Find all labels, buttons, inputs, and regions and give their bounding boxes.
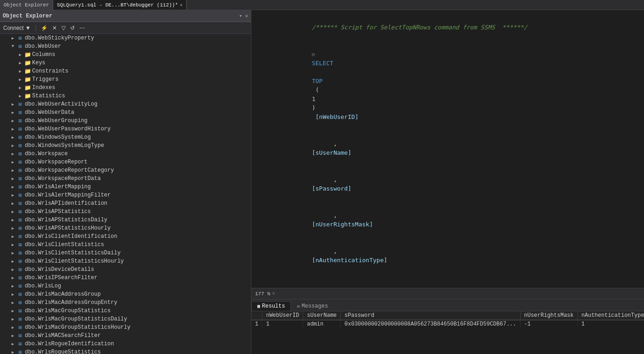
tree-item[interactable]: ▶⊞dbo.WorkspaceReportData (0, 174, 251, 183)
tree-item[interactable]: ▶⊞dbo.WrlsRogueStatistics (0, 348, 251, 354)
tree-expander[interactable]: ▶ (9, 160, 17, 165)
tree-expander[interactable]: ▶ (17, 69, 24, 74)
tree-item[interactable]: ▶⊞dbo.WrlsClientIdentification (0, 232, 251, 241)
tree-item[interactable]: ▶⊞dbo.WrlsAlertMappingFilter (0, 191, 251, 199)
tree-expander[interactable]: ▶ (9, 135, 17, 140)
tree-expander[interactable]: ▶ (17, 61, 24, 66)
toolbar-btn-more[interactable]: ⋯ (78, 24, 86, 32)
tree-expander[interactable]: ▶ (9, 226, 17, 231)
tree-item[interactable]: ▶⊞dbo.WebStickyProperty (0, 34, 251, 42)
tree-item[interactable]: ▶⊞dbo.WrlsRogueIdentification (0, 340, 251, 348)
sql-tab-label: SQLQuery1.sql - DE...BT\debugger (112))* (57, 2, 178, 8)
tree-expander[interactable]: ▶ (9, 251, 17, 256)
tree-item[interactable]: ▶⊞dbo.WrlsLog (0, 282, 251, 290)
tree-label: dbo.WrlsAPIidentification (25, 200, 107, 207)
tree-item[interactable]: ▶⊞dbo.Workspace (0, 150, 251, 158)
tree-expander[interactable]: ▶ (9, 36, 17, 41)
tree-expander[interactable]: ▶ (17, 85, 24, 90)
zoom-bar: 177 % ▼ (251, 288, 644, 299)
tree-expander[interactable]: ▶ (9, 201, 17, 206)
tree-item[interactable]: ▶📁Columns (0, 51, 251, 59)
tree-expander[interactable]: ▶ (9, 309, 17, 314)
tree-expander[interactable]: ▶ (9, 168, 17, 173)
tree-item[interactable]: ▶⊞dbo.WorkspaceReportCategory (0, 166, 251, 174)
tree-label: dbo.WrlsMACSearchFilter (25, 332, 101, 339)
table-icon: ⊞ (17, 167, 24, 174)
tree-expander[interactable]: ▶ (9, 292, 17, 297)
tree-item[interactable]: ▶📁Indexes (0, 84, 251, 92)
tree-expander[interactable]: ▶ (9, 110, 17, 115)
tree-item[interactable]: ▶⊞dbo.WrlsMacAddressGroupEntry (0, 298, 251, 307)
tree-expander[interactable]: ▶ (9, 193, 17, 198)
tree-expander[interactable]: ▶ (9, 185, 17, 190)
tree-item[interactable]: ▶⊞dbo.WorkspaceReport (0, 158, 251, 166)
tree-expander[interactable]: ▶ (9, 102, 17, 107)
tree-item[interactable]: ▶⊞dbo.WebUserPasswordHistory (0, 125, 251, 133)
tree-expander[interactable]: ▶ (9, 209, 17, 214)
tree-expander[interactable]: ▶ (9, 284, 17, 289)
code-block: /****** Script for SelectTopNRows comman… (251, 14, 644, 288)
tree-item[interactable]: ▶⊞dbo.WrlsAPStatisticsDaily (0, 216, 251, 224)
tree-expander[interactable]: ▶ (9, 267, 17, 272)
zoom-dropdown-icon[interactable]: ▼ (272, 291, 275, 297)
tab-messages[interactable]: ✉ Messages (291, 301, 334, 311)
tree-expander[interactable]: ▶ (17, 77, 24, 82)
tree-expander[interactable]: ▶ (9, 176, 17, 181)
tree-expander[interactable]: ▼ (9, 44, 17, 49)
tree-item[interactable]: ▶⊞dbo.WrlsAPStatisticsHourly (0, 224, 251, 232)
tab-close-icon[interactable]: ✕ (180, 2, 183, 8)
connect-button[interactable]: Connect ▼ (2, 24, 32, 32)
collapse-icon[interactable]: ⊟ (312, 52, 315, 57)
tree-expander[interactable]: ▶ (17, 94, 24, 99)
oe-tree[interactable]: ▶⊞dbo.WebStickyProperty▼⊞dbo.WebUser▶📁Co… (0, 34, 251, 354)
tab-results[interactable]: ▦ Results (251, 301, 291, 311)
tree-expander[interactable]: ▶ (9, 325, 17, 330)
tree-item[interactable]: ▶⊞dbo.WindowsSystemLogType (0, 141, 251, 150)
tree-item[interactable]: ▶⊞dbo.WrlsAlertMapping (0, 183, 251, 191)
tree-expander[interactable]: ▶ (9, 118, 17, 124)
tree-item[interactable]: ▶⊞dbo.WrlsIPSearchFilter (0, 274, 251, 282)
tree-expander[interactable]: ▶ (17, 52, 24, 57)
tree-item[interactable]: ▶📁Triggers (0, 75, 251, 84)
tree-expander[interactable]: ▶ (9, 218, 17, 223)
tree-item[interactable]: ▶⊞dbo.WrlsMacGroupStatisticsHourly (0, 323, 251, 332)
tree-item[interactable]: ▶⊞dbo.WrlsClientStatisticsDaily (0, 249, 251, 257)
tree-item[interactable]: ▶📁Keys (0, 59, 251, 67)
sql-tab[interactable]: SQLQuery1.sql - DE...BT\debugger (112))*… (53, 0, 187, 10)
tree-item[interactable]: ▶⊞dbo.WrlsAPIidentification (0, 199, 251, 208)
tree-expander[interactable]: ▶ (9, 275, 17, 281)
toolbar-btn-filter[interactable]: ▽ (60, 24, 67, 32)
tree-item[interactable]: ▶⊞dbo.WrlsMacGroupStatistics (0, 307, 251, 315)
tree-expander[interactable]: ▶ (9, 242, 17, 247)
tree-item[interactable]: ▶⊞dbo.WrlsMacGroupStatisticsDaily (0, 315, 251, 323)
tree-item[interactable]: ▶⊞dbo.WrlsDeviceDetails (0, 265, 251, 274)
tree-item[interactable]: ▶📁Constraints (0, 67, 251, 75)
tree-item[interactable]: ▶📁Statistics (0, 92, 251, 100)
tree-expander[interactable]: ▶ (9, 234, 17, 239)
tree-item[interactable]: ▶⊞dbo.WrlsClientStatisticsHourly (0, 257, 251, 265)
col-rownum (251, 311, 262, 320)
tree-item[interactable]: ▶⊞dbo.WebUserData (0, 108, 251, 117)
sql-content[interactable]: /****** Script for SelectTopNRows comman… (251, 10, 644, 288)
tree-item[interactable]: ▼⊞dbo.WebUser (0, 42, 251, 51)
tree-item[interactable]: ▶⊞dbo.WrlsClientStatistics (0, 241, 251, 249)
toolbar-btn-refresh[interactable]: ↺ (69, 24, 76, 32)
tree-expander[interactable]: ▶ (9, 333, 17, 338)
toolbar-btn-pin[interactable]: ⚡ (39, 24, 49, 32)
tree-item[interactable]: ▶⊞dbo.WindowsSystemLog (0, 133, 251, 141)
tree-item[interactable]: ▶⊞dbo.WebUserGrouping (0, 117, 251, 125)
tree-item[interactable]: ▶⊞dbo.WrlsMacAddressGroup (0, 290, 251, 298)
tree-item[interactable]: ▶⊞dbo.WrlsAPStatistics (0, 208, 251, 216)
tree-expander[interactable]: ▶ (9, 143, 17, 148)
tree-expander[interactable]: ▶ (9, 350, 17, 354)
tree-expander[interactable]: ▶ (9, 317, 17, 322)
toolbar-btn-disconnect[interactable]: ✕ (51, 24, 58, 32)
code-line-col5: , [nHomeDeviceGroupID] (255, 274, 640, 288)
tree-expander[interactable]: ▶ (9, 342, 17, 347)
tree-expander[interactable]: ▶ (9, 259, 17, 264)
tree-item[interactable]: ▶⊞dbo.WebUserActivityLog (0, 100, 251, 108)
tree-expander[interactable]: ▶ (9, 300, 17, 305)
tree-expander[interactable]: ▶ (9, 152, 17, 157)
tree-item[interactable]: ▶⊞dbo.WrlsMACSearchFilter (0, 332, 251, 340)
tree-expander[interactable]: ▶ (9, 127, 17, 132)
